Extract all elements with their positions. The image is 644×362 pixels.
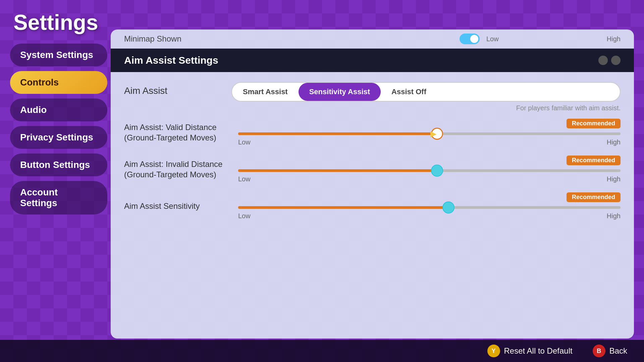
slider-invalid-distance: Aim Assist: Invalid Distance (Ground-Tar…	[124, 156, 621, 183]
sidebar-item-system-settings[interactable]: System Settings	[10, 44, 107, 66]
aim-assist-label: Aim Assist	[124, 82, 231, 96]
slider-range-sensitivity: Low High	[238, 212, 621, 220]
sidebar-item-controls[interactable]: Controls	[10, 71, 107, 94]
arrow-icon: ▶	[430, 129, 436, 138]
minimap-label: Minimap Shown	[124, 34, 460, 44]
page-title: Settings	[13, 10, 98, 35]
sidebar-item-account-settings[interactable]: Account Settings	[10, 181, 107, 215]
section-header-icons	[598, 56, 621, 65]
minimap-toggle[interactable]	[460, 34, 480, 44]
section-title: Aim Assist Settings	[124, 55, 218, 66]
back-label: Back	[609, 346, 627, 356]
slider-label-invalid-distance: Aim Assist: Invalid Distance (Ground-Tar…	[124, 159, 231, 180]
slider-row-sensitivity: Aim Assist Sensitivity Recommended Low H…	[124, 192, 621, 220]
slider-thumb-invalid[interactable]	[431, 165, 443, 177]
slider-track-sensitivity[interactable]	[238, 204, 621, 211]
slider-fill-sensitivity	[238, 206, 448, 209]
header-icon-1	[598, 56, 608, 65]
aim-assist-right: Smart Assist Sensitivity Assist Assist O…	[231, 82, 621, 112]
main-panel: Minimap Shown Low High Aim Assist Settin…	[111, 29, 634, 339]
minimap-row: Minimap Shown Low High	[111, 29, 634, 49]
sidebar-item-privacy-settings[interactable]: Privacy Settings	[10, 126, 107, 149]
option-assist-off[interactable]: Assist Off	[381, 83, 437, 101]
slider-fill-valid	[238, 132, 437, 135]
slider-container-valid-distance: Recommended ▶ Low High	[238, 119, 621, 146]
aim-assist-description: For players familiar with aim assist.	[231, 104, 621, 112]
reset-action[interactable]: Y Reset All to Default	[487, 345, 573, 357]
recommended-badge-valid: Recommended	[567, 119, 621, 128]
slider-thumb-sensitivity[interactable]	[442, 201, 454, 214]
y-button-icon: Y	[487, 345, 500, 357]
aim-assist-options: Smart Assist Sensitivity Assist Assist O…	[231, 82, 621, 102]
slider-range-valid: Low High	[238, 138, 621, 146]
content-area: Aim Assist Smart Assist Sensitivity Assi…	[111, 72, 634, 239]
slider-sensitivity: Aim Assist Sensitivity Recommended Low H…	[124, 192, 621, 220]
sidebar-item-button-settings[interactable]: Button Settings	[10, 154, 107, 176]
header-icon-2	[611, 56, 621, 65]
bottom-bar: Y Reset All to Default B Back	[0, 340, 644, 362]
slider-label-valid-distance: Aim Assist: Valid Distance (Ground-Targe…	[124, 122, 231, 143]
slider-track-valid[interactable]: ▶	[238, 130, 621, 137]
sidebar: System Settings Controls Audio Privacy S…	[10, 44, 107, 215]
slider-track-invalid[interactable]	[238, 167, 621, 174]
slider-valid-distance: Aim Assist: Valid Distance (Ground-Targe…	[124, 119, 621, 146]
recommended-badge-invalid: Recommended	[567, 156, 621, 165]
slider-row-valid-distance: Aim Assist: Valid Distance (Ground-Targe…	[124, 119, 621, 146]
reset-label: Reset All to Default	[504, 346, 573, 356]
section-header: Aim Assist Settings	[111, 49, 634, 72]
slider-container-sensitivity: Recommended Low High	[238, 192, 621, 220]
slider-row-invalid-distance: Aim Assist: Invalid Distance (Ground-Tar…	[124, 156, 621, 183]
aim-assist-row: Aim Assist Smart Assist Sensitivity Assi…	[124, 82, 621, 112]
b-button-icon: B	[593, 345, 605, 357]
slider-range-invalid: Low High	[238, 175, 621, 183]
slider-container-invalid-distance: Recommended Low High	[238, 156, 621, 183]
minimap-range-labels: Low High	[486, 35, 621, 43]
slider-fill-invalid	[238, 169, 437, 172]
recommended-badge-sensitivity: Recommended	[567, 192, 621, 202]
option-smart-assist[interactable]: Smart Assist	[232, 83, 299, 101]
back-action[interactable]: B Back	[593, 345, 627, 357]
sidebar-item-audio[interactable]: Audio	[10, 99, 107, 121]
slider-label-sensitivity: Aim Assist Sensitivity	[124, 201, 231, 211]
option-sensitivity-assist[interactable]: Sensitivity Assist	[299, 83, 381, 101]
